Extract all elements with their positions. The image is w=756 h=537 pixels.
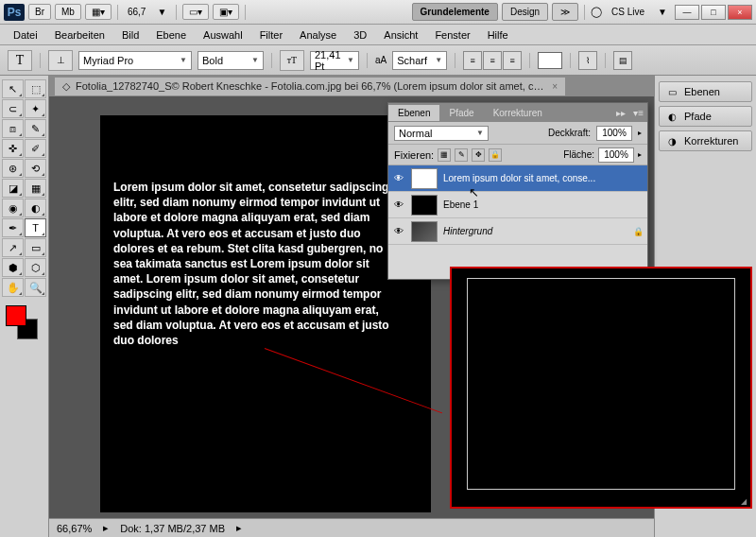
3d-tool[interactable]: ⬢: [2, 258, 24, 277]
antialias-select[interactable]: Scharf▼: [392, 51, 447, 70]
menu-bearbeiten[interactable]: Bearbeiten: [47, 26, 112, 43]
opacity-input[interactable]: 100%: [596, 126, 632, 141]
layer-thumb-text[interactable]: T: [411, 168, 438, 189]
canvas[interactable]: Lorem ipsum dolor sit amet, consetetur s…: [100, 115, 431, 512]
lock-transparency-icon[interactable]: ▦: [438, 148, 451, 162]
layer-name[interactable]: Ebene 1: [443, 199, 478, 210]
character-panel-button[interactable]: ▤: [613, 51, 632, 70]
menu-filter[interactable]: Filter: [252, 26, 290, 43]
layer-item[interactable]: 👁 Hintergrund 🔒: [388, 218, 647, 245]
layer-name[interactable]: Hintergrund: [443, 226, 492, 236]
font-size-select[interactable]: 21,41 Pt▼: [310, 51, 359, 70]
marquee-tool[interactable]: ⬚: [25, 79, 46, 98]
layer-thumb[interactable]: [411, 221, 438, 242]
screenmode-button[interactable]: ▣▾: [213, 4, 239, 20]
menu-analyse[interactable]: Analyse: [292, 26, 344, 43]
panel-ebenen-button[interactable]: ▭Ebenen: [659, 81, 752, 102]
fill-input[interactable]: 100%: [598, 147, 634, 163]
gradient-tool[interactable]: ▦: [25, 179, 46, 198]
foreground-color[interactable]: [6, 305, 26, 326]
healing-tool[interactable]: ✜: [2, 139, 24, 158]
status-arrow-icon[interactable]: ▸: [103, 522, 109, 534]
lock-pixels-icon[interactable]: ✎: [455, 148, 468, 162]
visibility-icon[interactable]: 👁: [392, 199, 405, 212]
panel-collapse-icon[interactable]: ▸▸: [612, 108, 629, 118]
arrange-button[interactable]: ▭▾: [182, 4, 209, 20]
hand-tool[interactable]: ✋: [2, 278, 24, 297]
layer-name[interactable]: Lorem ipsum dolor sit amet, conse...: [443, 173, 595, 183]
visibility-icon[interactable]: 👁: [392, 225, 405, 238]
type-tool[interactable]: T: [25, 218, 46, 237]
layer-item[interactable]: 👁 T Lorem ipsum dolor sit amet, conse...: [388, 165, 647, 192]
font-family-select[interactable]: Myriad Pro▼: [78, 51, 192, 70]
panel-korrekturen-button[interactable]: ◑Korrekturen: [659, 130, 752, 151]
status-arrow2-icon[interactable]: ▸: [236, 522, 242, 534]
minibridge-button[interactable]: Mb: [55, 4, 81, 20]
pen-tool[interactable]: ✒: [2, 218, 24, 237]
menu-auswahl[interactable]: Auswahl: [196, 26, 250, 43]
text-color-swatch[interactable]: [538, 52, 562, 69]
move-tool[interactable]: ↖: [2, 79, 24, 98]
text-layer-content[interactable]: Lorem ipsum dolor sit amet, consetetur s…: [113, 180, 397, 348]
3dcamera-tool[interactable]: ⬡: [25, 258, 46, 277]
menu-datei[interactable]: Datei: [6, 26, 45, 43]
menu-3d[interactable]: 3D: [346, 26, 374, 43]
menu-ebene[interactable]: Ebene: [148, 26, 194, 43]
maximize-button[interactable]: □: [701, 5, 726, 20]
opacity-slider-icon[interactable]: ▸: [638, 129, 642, 137]
cslive-button[interactable]: CS Live: [606, 5, 650, 19]
zoom-dropdown-icon[interactable]: ▼: [153, 7, 170, 17]
orientation-icon[interactable]: ⊥: [48, 50, 73, 71]
bridge-button[interactable]: Br: [28, 4, 51, 20]
lock-all-icon[interactable]: 🔒: [489, 148, 502, 162]
lock-position-icon[interactable]: ✥: [472, 148, 485, 162]
align-center-button[interactable]: ≡: [483, 51, 502, 70]
menu-ansicht[interactable]: Ansicht: [376, 26, 425, 43]
eraser-tool[interactable]: ◪: [2, 179, 24, 198]
align-right-button[interactable]: ≡: [503, 51, 522, 70]
navigator-viewport[interactable]: [467, 278, 735, 490]
magicwand-tool[interactable]: ✦: [25, 99, 46, 118]
panel-pfade-button[interactable]: ◐Pfade: [659, 106, 752, 127]
blur-tool[interactable]: ◉: [2, 199, 24, 217]
close-button[interactable]: ×: [728, 5, 752, 20]
navigator-preview[interactable]: ◢: [450, 267, 752, 509]
zoom-tool[interactable]: 🔍: [25, 278, 46, 297]
brush-tool[interactable]: ✐: [25, 139, 46, 158]
minimize-button[interactable]: —: [675, 5, 699, 20]
tab-close-icon[interactable]: ×: [552, 81, 558, 92]
tool-preset-icon[interactable]: T: [8, 50, 32, 71]
tab-pfade[interactable]: Pfade: [439, 105, 483, 121]
cslive-dropdown-icon[interactable]: ▼: [654, 7, 671, 17]
stamp-tool[interactable]: ⊛: [2, 159, 24, 178]
document-tab[interactable]: ◇ Fotolia_12782740_S© Robert Kneschke - …: [55, 78, 565, 95]
workspace-grundelemente[interactable]: Grundelemente: [412, 3, 498, 21]
eyedropper-tool[interactable]: ✎: [25, 119, 46, 138]
crop-tool[interactable]: ⧈: [2, 119, 24, 138]
color-picker[interactable]: [6, 305, 43, 339]
dodge-tool[interactable]: ◐: [25, 199, 46, 217]
history-brush-tool[interactable]: ⟲: [25, 159, 46, 178]
layer-thumb[interactable]: [411, 195, 438, 216]
layer-item[interactable]: 👁 Ebene 1: [388, 192, 647, 218]
fill-slider-icon[interactable]: ▸: [638, 150, 642, 159]
tab-korrekturen[interactable]: Korrekturen: [484, 105, 552, 121]
layers-panel[interactable]: Ebenen Pfade Korrekturen ▸▸ ▾≡ Normal▼ D…: [387, 102, 648, 280]
menu-fenster[interactable]: Fenster: [427, 26, 477, 43]
tab-ebenen[interactable]: Ebenen: [388, 105, 439, 121]
menu-hilfe[interactable]: Hilfe: [480, 26, 516, 43]
workspace-more[interactable]: ≫: [552, 3, 578, 21]
menu-bild[interactable]: Bild: [114, 26, 146, 43]
lasso-tool[interactable]: ⊂: [2, 99, 24, 118]
blend-mode-select[interactable]: Normal▼: [394, 126, 489, 141]
visibility-icon[interactable]: 👁: [392, 172, 405, 185]
viewextras-button[interactable]: ▦▾: [85, 4, 112, 20]
align-left-button[interactable]: ≡: [463, 51, 482, 70]
panel-menu-icon[interactable]: ▾≡: [629, 108, 647, 118]
workspace-design[interactable]: Design: [502, 3, 548, 21]
warp-text-button[interactable]: ⌇: [578, 51, 597, 70]
path-select-tool[interactable]: ↗: [2, 238, 24, 257]
shape-tool[interactable]: ▭: [25, 238, 46, 257]
status-zoom[interactable]: 66,67%: [57, 523, 92, 534]
font-weight-select[interactable]: Bold▼: [198, 51, 264, 70]
